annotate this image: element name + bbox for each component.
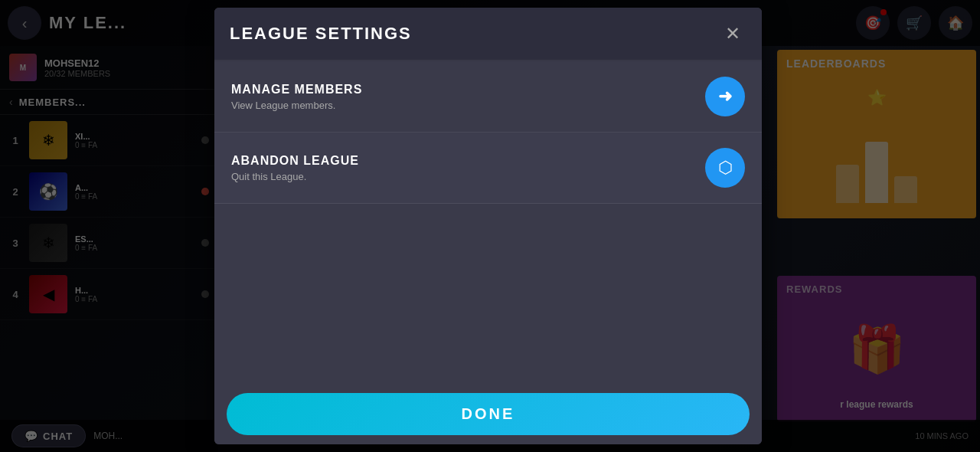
manage-members-text: MANAGE MEMBERS View League members.: [231, 83, 693, 111]
done-button[interactable]: DONE: [227, 393, 750, 435]
modal-footer: DONE: [214, 384, 762, 444]
logout-icon: ⬡: [718, 158, 733, 178]
modal-body: MANAGE MEMBERS View League members. ➜ AB…: [214, 61, 762, 384]
modal-close-button[interactable]: ✕: [719, 20, 746, 47]
manage-members-desc: View League members.: [231, 100, 693, 111]
modal-title: LEAGUE SETTINGS: [230, 24, 412, 44]
abandon-league-title: ABANDON LEAGUE: [231, 154, 693, 168]
modal-overlay: LEAGUE SETTINGS ✕ MANAGE MEMBERS View Le…: [0, 0, 980, 452]
manage-members-button[interactable]: ➜: [705, 77, 745, 116]
abandon-league-desc: Quit this League.: [231, 171, 693, 182]
abandon-league-button[interactable]: ⬡: [705, 148, 745, 188]
modal-header: LEAGUE SETTINGS ✕: [214, 8, 762, 61]
abandon-league-row[interactable]: ABANDON LEAGUE Quit this League. ⬡: [214, 133, 762, 204]
abandon-league-text: ABANDON LEAGUE Quit this League.: [231, 154, 693, 182]
manage-members-row[interactable]: MANAGE MEMBERS View League members. ➜: [214, 61, 762, 133]
league-settings-modal: LEAGUE SETTINGS ✕ MANAGE MEMBERS View Le…: [214, 8, 762, 444]
arrow-right-icon: ➜: [718, 87, 732, 106]
manage-members-title: MANAGE MEMBERS: [231, 83, 693, 97]
